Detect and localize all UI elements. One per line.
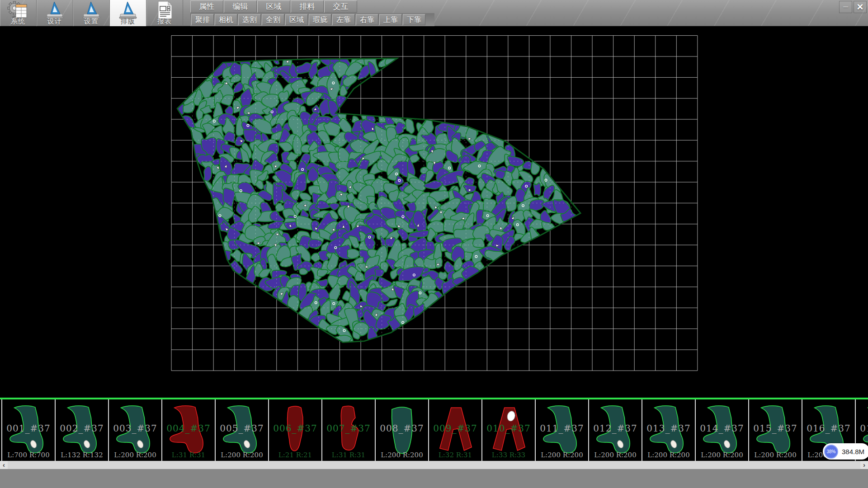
piece-thumbnail-006_#37[interactable]: 006_#37L:21 R:21 <box>268 399 321 461</box>
piece-name: 008_#37 <box>376 423 428 434</box>
piece-thumbnail-001_#37[interactable]: 001_#37L:700 R:700 <box>1 399 55 461</box>
piece-lr-count: L:21 R:21 <box>269 451 321 459</box>
tool-button-snap-top[interactable]: 上靠 <box>379 14 402 25</box>
piece-thumbnail-013_#37[interactable]: 013_#37L:200 R:200 <box>642 399 695 461</box>
piece-thumbnail-014_#37[interactable]: 014_#37L:200 R:200 <box>695 399 748 461</box>
piece-name: 001_#37 <box>2 423 55 434</box>
piece-thumbnail-012_#37[interactable]: 012_#37L:200 R:200 <box>588 399 642 461</box>
application-window: 系统设计设置排版报表 属性编辑区域排料交互 聚排相机选割全割区域瑕疵左靠右靠上靠… <box>0 0 868 488</box>
ruler-icon <box>80 0 103 19</box>
piece-name: 016_#37 <box>802 423 855 434</box>
progress-badge[interactable]: 38% 384.8M <box>823 443 868 460</box>
menu-tab-region[interactable]: 区域 <box>257 0 290 13</box>
toolbar-item-design[interactable]: 设计 <box>37 0 73 26</box>
bottom-status-bar <box>0 469 868 488</box>
toolbar-item-label: 设计 <box>37 17 73 26</box>
piece-lr-count: L:33 R:33 <box>482 451 535 459</box>
scroll-left-arrow[interactable]: ‹ <box>0 461 8 469</box>
nesting-view <box>0 27 868 398</box>
piece-name: 007_#37 <box>322 423 375 434</box>
piece-name: 005_#37 <box>216 423 268 434</box>
piece-thumbnail-005_#37[interactable]: 005_#37L:200 R:200 <box>215 399 268 461</box>
tool-button-camera[interactable]: 相机 <box>215 14 237 25</box>
window-controls: ─ ✕ <box>839 1 867 13</box>
menu-area: 属性编辑区域排料交互 聚排相机选割全割区域瑕疵左靠右靠上靠下靠 <box>190 0 434 26</box>
piece-thumbnail-009_#37[interactable]: 009_#37L:32 R:31 <box>428 399 481 461</box>
tool-button-cluster-nest[interactable]: 聚排 <box>191 14 214 25</box>
piece-name: 011_#37 <box>536 423 588 434</box>
toolbar-item-label: 排版 <box>110 17 146 26</box>
piece-lr-count: L:132 R:132 <box>56 451 108 459</box>
piece-thumbnail-008_#37[interactable]: 008_#37L:200 R:200 <box>375 399 428 461</box>
tool-button-defect[interactable]: 瑕疵 <box>309 14 331 25</box>
piece-thumbnail-011_#37[interactable]: 011_#37L:200 R:200 <box>535 399 588 461</box>
tool-button-snap-left[interactable]: 左靠 <box>332 14 355 25</box>
tool-button-row: 聚排相机选割全割区域瑕疵左靠右靠上靠下靠 <box>190 13 434 26</box>
toolbar-item-label: 报表 <box>146 17 183 26</box>
piece-name: 010_#37 <box>482 423 535 434</box>
close-button[interactable]: ✕ <box>854 1 867 13</box>
toolbar-item-label: 系统 <box>0 17 36 26</box>
piece-lr-count: L:700 R:700 <box>2 451 55 459</box>
memory-value: 384.8M <box>838 448 868 455</box>
menu-tab-row: 属性编辑区域排料交互 <box>190 0 434 13</box>
gear-table-icon <box>7 0 29 19</box>
toolbar-item-settings[interactable]: 设置 <box>73 0 110 26</box>
piece-lr-count: L:200 R:200 <box>749 451 802 459</box>
tool-button-cut-all[interactable]: 全割 <box>262 14 284 25</box>
piece-lr-count: L:200 R:200 <box>696 451 748 459</box>
toolbar-item-report[interactable]: 报表 <box>146 0 183 26</box>
progress-circle: 38% <box>824 445 838 459</box>
piece-thumbnail-010_#37[interactable]: 010_#37L:33 R:33 <box>481 399 535 461</box>
toolbar-item-system[interactable]: 系统 <box>0 0 37 26</box>
piece-name: 013_#37 <box>642 423 695 434</box>
piece-name: 004_#37 <box>162 423 215 434</box>
menu-tab-nesting[interactable]: 排料 <box>291 0 324 13</box>
piece-name: 009_#37 <box>429 423 481 434</box>
minimize-button[interactable]: ─ <box>839 1 852 13</box>
ruler-icon <box>117 0 139 19</box>
main-icon-bar: 系统设计设置排版报表 <box>0 0 183 26</box>
menu-tab-properties[interactable]: 属性 <box>190 0 223 13</box>
piece-thumbnail-003_#37[interactable]: 003_#37L:200 R:200 <box>108 399 161 461</box>
tool-button-select-cut[interactable]: 选割 <box>238 14 261 25</box>
piece-thumbnail-007_#37[interactable]: 007_#37L:31 R:31 <box>321 399 375 461</box>
tool-button-region[interactable]: 区域 <box>285 14 308 25</box>
piece-thumbnail-002_#37[interactable]: 002_#37L:132 R:132 <box>55 399 108 461</box>
piece-lr-count: L:200 R:200 <box>216 451 268 459</box>
piece-name: 017_#37 <box>856 423 868 434</box>
horizontal-scrollbar[interactable]: ‹ › <box>0 461 868 469</box>
piece-thumbnail-004_#37[interactable]: 004_#37L:31 R:31 <box>161 399 215 461</box>
piece-lr-count: L:200 R:200 <box>109 451 161 459</box>
toolbar-item-label: 设置 <box>73 17 109 26</box>
piece-name: 006_#37 <box>269 423 321 434</box>
menu-tab-interact[interactable]: 交互 <box>324 0 357 13</box>
piece-thumbnail-strip: 001_#37L:700 R:700002_#37L:132 R:132003_… <box>0 398 868 461</box>
nesting-canvas[interactable] <box>0 27 868 398</box>
piece-lr-count: L:31 R:31 <box>162 451 215 459</box>
report-icon <box>153 0 176 19</box>
toolbar: 系统设计设置排版报表 属性编辑区域排料交互 聚排相机选割全割区域瑕疵左靠右靠上靠… <box>0 0 868 26</box>
piece-lr-count: L:32 R:31 <box>429 451 481 459</box>
piece-name: 015_#37 <box>749 423 802 434</box>
piece-lr-count: L:200 R:200 <box>642 451 695 459</box>
piece-name: 012_#37 <box>589 423 642 434</box>
piece-name: 014_#37 <box>696 423 748 434</box>
piece-name: 002_#37 <box>56 423 108 434</box>
tool-button-snap-bottom[interactable]: 下靠 <box>403 14 425 25</box>
ruler-icon <box>43 0 66 19</box>
tool-button-snap-right[interactable]: 右靠 <box>356 14 378 25</box>
piece-lr-count: L:31 R:31 <box>322 451 375 459</box>
piece-lr-count: L:200 R:200 <box>589 451 642 459</box>
scroll-right-arrow[interactable]: › <box>860 461 868 469</box>
piece-name: 003_#37 <box>109 423 161 434</box>
piece-thumbnail-015_#37[interactable]: 015_#37L:200 R:200 <box>748 399 802 461</box>
toolbar-item-layout[interactable]: 排版 <box>110 0 146 26</box>
piece-lr-count: L:200 R:200 <box>536 451 588 459</box>
piece-lr-count: L:200 R:200 <box>376 451 428 459</box>
menu-tab-edit[interactable]: 编辑 <box>224 0 257 13</box>
